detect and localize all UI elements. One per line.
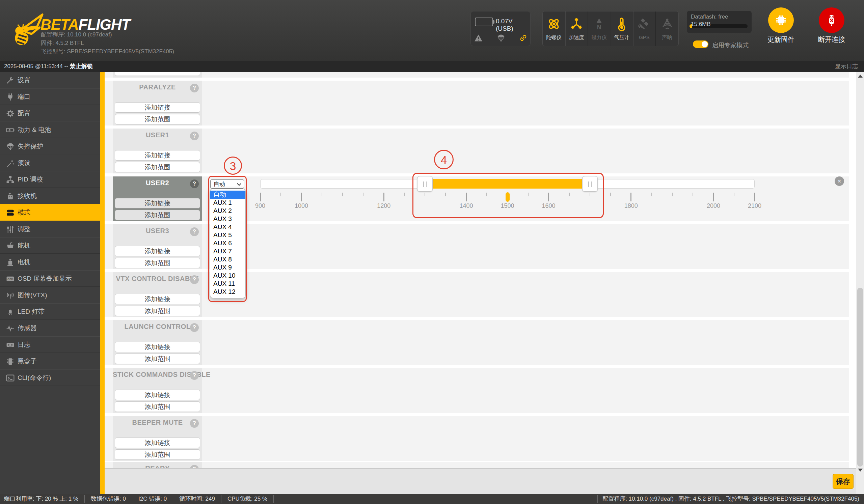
terminal-icon [6,374,14,382]
help-icon[interactable]: ? [190,132,199,140]
range-end-handle[interactable] [582,176,598,192]
mode-title: USER3 [113,227,202,235]
add-link-button[interactable]: 添加链接 [115,294,200,304]
scroll-down-arrow-icon[interactable] [858,469,863,471]
add-link-button[interactable]: 添加链接 [115,246,200,256]
help-icon[interactable]: ? [190,371,199,380]
help-icon[interactable]: ? [190,275,199,284]
clipped-mode-row [105,72,849,77]
aux-channel-dropdown: 自动AUX 1AUX 2AUX 3AUX 4AUX 5AUX 6AUX 7AUX… [210,188,246,298]
sidebar-item-logging[interactable]: 日志 [0,336,100,353]
sidebar-item-receiver[interactable]: 接收机 [0,187,100,204]
add-link-button[interactable]: 添加链接 [115,150,200,161]
ruler-tick-1450 [486,193,487,196]
add-link-button[interactable]: 添加链接 [115,198,200,208]
sidebar-item-configuration[interactable]: 配置 [0,105,100,121]
add-range-button[interactable]: 添加范围 [115,354,200,364]
ruler-label-1000: 1000 [295,202,308,209]
dropdown-option-8[interactable]: AUX 8 [210,255,245,263]
sidebar-item-blackbox[interactable]: 黑盒子 [0,353,100,369]
add-link-button[interactable]: 添加链接 [115,102,200,113]
help-icon[interactable]: ? [190,180,199,188]
log-bar: 2025-08-05 @11:53:44 -- 禁止解锁 显示日志 [0,61,864,72]
add-range-button[interactable]: 添加范围 [115,210,200,220]
status-segment-2: I2C 错误: 0 [132,495,173,503]
sidebar-item-osd[interactable]: OSD OSD 屏幕叠加显示 [0,270,100,287]
gear-icon [6,109,14,118]
dropdown-option-1[interactable]: AUX 1 [210,199,245,207]
dropdown-option-9[interactable]: AUX 9 [210,263,245,272]
add-range-button[interactable]: 添加范围 [115,114,200,124]
ruler-tick-2050 [734,193,734,196]
mode-title: USER1 [113,131,202,139]
mode-card-ready: READY ? 添加链接 添加范围 [113,462,202,468]
mode-title: READY [113,465,202,468]
dropdown-option-0[interactable]: 自动 [210,190,245,199]
help-icon[interactable]: ? [190,419,199,428]
log-message: 2025-08-05 @11:53:44 -- 禁止解锁 [4,62,93,70]
current-value-marker [506,192,509,202]
chevron-down-icon [237,182,241,186]
dropdown-option-2[interactable]: AUX 2 [210,207,245,215]
mode-row-beeper-mute: BEEPER MUTE ? 添加链接 添加范围 [105,416,849,461]
plug-icon [6,93,14,101]
sidebar-item-pid-tuning[interactable]: PID 调校 [0,171,100,187]
expert-mode-toggle[interactable] [693,40,708,48]
sidebar-item-presets[interactable]: 预设 [0,155,100,171]
dropdown-option-11[interactable]: AUX 11 [210,280,245,288]
ruler-tick-950 [280,193,281,196]
sidebar-item-failsafe[interactable]: 失控保护 [0,138,100,155]
help-icon[interactable]: ? [190,228,199,236]
dropdown-option-5[interactable]: AUX 5 [210,231,245,239]
dropdown-option-10[interactable]: AUX 10 [210,272,245,280]
add-range-button[interactable]: 添加范围 [115,162,200,172]
save-button[interactable]: 保存 [832,474,853,489]
dropdown-option-3[interactable]: AUX 3 [210,215,245,223]
dropdown-option-12[interactable]: AUX 12 [210,288,245,296]
mode-card-paralyze: PARALYZE ? 添加链接 添加范围 [113,81,202,125]
help-icon[interactable]: ? [190,84,199,93]
vertical-scrollbar[interactable] [856,72,864,494]
show-log-button[interactable]: 显示日志 [835,62,858,70]
status-segment-0: 端口利用率: 下: 20 % 上: 1 % [0,495,85,503]
add-range-button[interactable]: 添加范围 [115,402,200,412]
mode-card-launch-control: LAUNCH CONTROL ? 添加链接 添加范围 [113,320,202,365]
parachute-icon [6,143,14,151]
sidebar-item-led-strip[interactable]: LED 灯带 [0,303,100,320]
baro-icon [615,16,629,32]
dropdown-option-7[interactable]: AUX 7 [210,247,245,255]
update-firmware-button[interactable]: 更新固件 [765,8,797,44]
ruler-label-2100: 2100 [748,202,761,209]
add-range-button[interactable]: 添加范围 [115,306,200,316]
ruler-tick-1950 [693,193,693,196]
ruler-tick-1600 [548,193,549,201]
sidebar-item-sensors[interactable]: 传感器 [0,320,100,336]
sidebar-item-cli[interactable]: CLI(命令行) [0,369,100,386]
mode-title: USER2 [113,179,202,187]
sidebar-item-motors[interactable]: 电机 [0,254,100,270]
add-link-button[interactable]: 添加链接 [115,342,200,352]
delete-range-button[interactable]: ✕ [835,176,844,186]
help-icon[interactable]: ? [190,323,199,332]
dropdown-option-4[interactable]: AUX 4 [210,223,245,231]
sidebar-item-settings[interactable]: 设置 [0,72,100,88]
add-range-button[interactable]: 添加范围 [115,258,200,268]
scroll-up-arrow-icon[interactable] [858,75,863,77]
sidebar-item-video-transmitter[interactable]: 图传(VTX) [0,287,100,303]
sidebar-item-ports[interactable]: 端口 [0,88,100,105]
sidebar-item-power-battery[interactable]: 动力 & 电池 [0,121,100,138]
disconnect-button[interactable]: 断开连接 [815,8,848,44]
dropdown-option-6[interactable]: AUX 6 [210,239,245,247]
mode-row-stick-commands-disable: STICK COMMANDS DISABLE ? 添加链接 添加范围 [105,368,849,413]
sidebar-item-modes[interactable]: 模式 [0,204,100,221]
add-range-button[interactable]: 添加范围 [115,449,200,460]
aux-channel-select[interactable]: 自动 [210,180,244,188]
sidebar-item-adjustments[interactable]: 调整 [0,221,100,237]
sidebar-item-servos[interactable]: 舵机 [0,237,100,254]
add-link-button[interactable]: 添加链接 [115,390,200,400]
clipped-add-range-button[interactable] [115,72,200,76]
scrollbar-thumb[interactable] [857,288,863,467]
tape-icon [6,341,14,349]
add-link-button[interactable]: 添加链接 [115,438,200,448]
range-start-handle[interactable] [417,176,433,192]
